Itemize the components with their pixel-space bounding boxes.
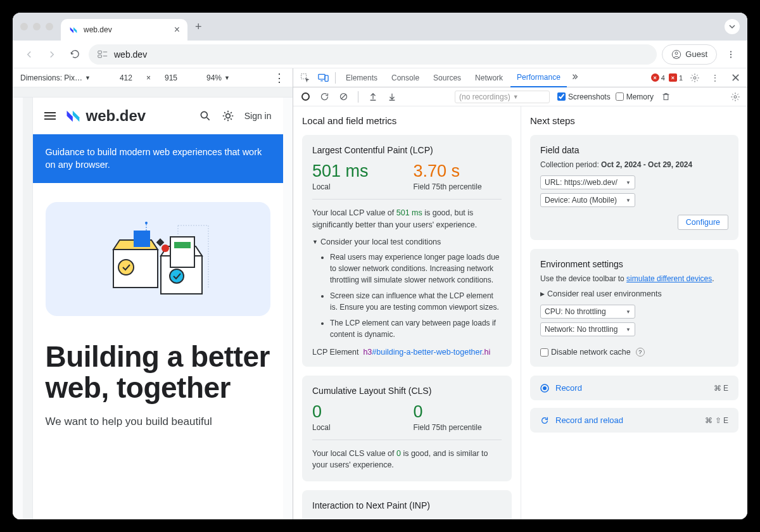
lcp-disclosure[interactable]: Consider your local test conditions [312,238,502,246]
help-icon[interactable]: ? [636,348,645,357]
svg-point-6 [730,51,732,52]
svg-line-16 [224,112,225,113]
lcp-field-value: 3.70 s [414,162,502,181]
svg-rect-0 [98,51,102,53]
svg-point-46 [543,386,547,390]
close-window-button[interactable] [20,23,28,30]
back-button[interactable] [20,46,38,63]
issue-count-badge[interactable]: × 1 [669,73,683,82]
download-icon[interactable] [385,90,399,104]
maximize-window-button[interactable] [46,23,53,30]
configure-button[interactable]: Configure [678,215,728,230]
dimensions-select[interactable]: Dimensions: Pix… ▼ [20,73,91,82]
inspect-element-icon[interactable] [297,70,314,86]
performance-toolbar: (no recordings) ▼ Screenshots Memory [293,87,747,106]
simulate-devices-link[interactable]: simulate different devices [626,274,712,283]
tab-network[interactable]: Network [469,68,509,87]
forward-button[interactable] [43,46,61,63]
site-info-icon[interactable] [98,50,108,59]
profile-label: Guest [685,49,707,59]
svg-rect-1 [98,54,102,57]
reload-button[interactable] [66,46,84,63]
sign-in-link[interactable]: Sign in [244,111,272,121]
upload-icon[interactable] [366,90,380,104]
environment-card: Environment settings Use the device tool… [530,249,738,367]
gc-icon[interactable] [659,90,673,104]
reload-icon [540,416,549,425]
tab-title: web.dev [84,25,112,34]
guest-icon [671,49,681,60]
cls-name: Cumulative Layout Shift (CLS) [312,386,502,396]
close-devtools-button[interactable] [727,70,744,86]
error-icon: × [651,73,659,82]
toggle-device-toolbar-icon[interactable] [315,70,331,86]
browser-menu-button[interactable] [722,46,740,63]
hero-subtitle: We want to help you build beautiful [46,415,270,428]
device-toolbar: Dimensions: Pix… ▼ 412 × 915 94% ▼ ⋮ [13,68,293,87]
disable-cache-checkbox[interactable]: Disable network cache ? [540,348,728,357]
svg-line-18 [224,118,225,120]
record-reload-action[interactable]: Record and reload ⌘ ⇧ E [530,408,738,433]
tab-strip: web.dev × + [13,13,747,41]
reload-record-button[interactable] [317,90,331,104]
svg-point-9 [201,111,207,118]
emulated-viewport[interactable]: web.dev Sign in [33,98,283,519]
svg-rect-25 [174,242,191,248]
tab-console[interactable]: Console [385,68,426,87]
env-disclosure[interactable]: Consider real user environments [540,289,728,298]
close-tab-button[interactable]: × [174,24,180,35]
browser-tab[interactable]: web.dev × [61,19,187,41]
theme-toggle-icon[interactable] [222,110,234,122]
svg-point-38 [694,77,696,79]
svg-rect-35 [318,74,324,79]
site-banner: Guidance to build modern web experiences… [33,134,283,183]
record-action[interactable]: Record ⌘ E [530,376,738,400]
cls-description: Your local CLS value of 0 is good, and i… [312,448,502,472]
tab-elements[interactable]: Elements [339,68,384,87]
device-select[interactable]: Device: Auto (Mobile) [540,193,635,207]
memory-checkbox[interactable]: Memory [616,92,654,101]
minimize-window-button[interactable] [33,23,41,30]
device-toolbar-menu-button[interactable]: ⋮ [274,71,285,85]
hero-title: Building a better web, together [46,341,270,404]
collection-period: Collection period: Oct 2, 2024 - Oct 29,… [540,160,728,169]
tab-sources[interactable]: Sources [427,68,467,87]
error-count-badge[interactable]: × 4 [651,73,665,82]
site-logo[interactable]: web.dev [65,107,146,125]
cls-card: Cumulative Layout Shift (CLS) 0 Local 0 … [302,376,512,482]
devtools-menu-icon[interactable]: ⋮ [707,70,723,86]
lcp-element-link[interactable]: LCP Element h3#building-a-better-web-tog… [312,348,502,357]
new-tab-button[interactable]: + [195,20,202,34]
toolbar: web.dev Guest [13,41,747,68]
record-button[interactable] [298,90,312,104]
settings-icon[interactable] [687,70,703,86]
zoom-select[interactable]: 94% ▼ [206,73,230,82]
search-icon[interactable] [199,110,212,122]
svg-point-11 [225,114,230,118]
width-input[interactable]: 412 [113,73,139,82]
webdev-logo-icon [65,107,82,125]
url-select[interactable]: URL: https://web.dev/ [540,175,635,189]
profile-button[interactable]: Guest [662,44,717,65]
screenshots-checkbox[interactable]: Screenshots [557,92,611,101]
address-bar[interactable]: web.dev [89,44,657,65]
capture-settings-icon[interactable] [728,90,742,104]
svg-line-10 [206,118,209,120]
tab-search-button[interactable] [725,19,740,34]
recordings-select[interactable]: (no recordings) ▼ [455,91,550,103]
height-input[interactable]: 915 [158,73,184,82]
network-throttle-select[interactable]: Network: No throttling [540,322,635,336]
address-text: web.dev [114,49,147,60]
inp-card: Interaction to Next Paint (INP) [302,490,512,519]
record-dot-icon [540,384,549,393]
svg-line-19 [231,112,232,113]
tab-performance[interactable]: Performance [510,68,567,87]
cpu-throttle-select[interactable]: CPU: No throttling [540,305,635,319]
svg-point-44 [734,96,737,98]
clear-button[interactable] [336,90,350,104]
svg-point-26 [170,269,184,283]
record-shortcut: ⌘ E [714,384,728,393]
hamburger-menu-icon[interactable] [44,112,56,120]
more-tabs-button[interactable] [568,73,582,82]
devtools: Elements Console Sources Network Perform… [293,68,747,519]
